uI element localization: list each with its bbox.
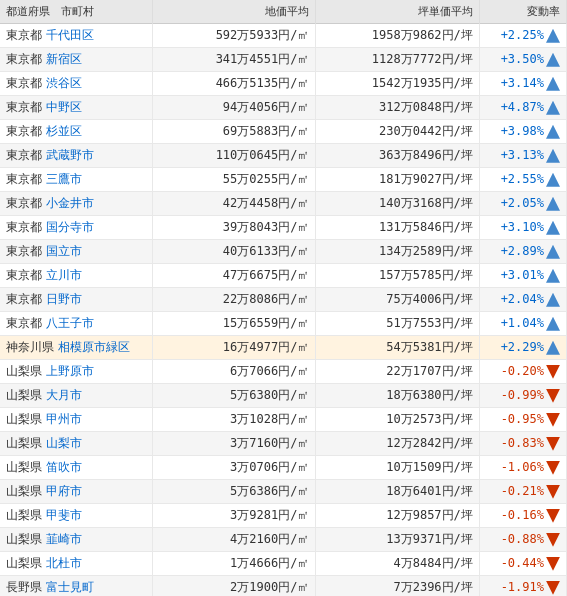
change-value-11: +2.04%	[501, 292, 544, 306]
cell-change-2: +3.14%	[479, 72, 566, 96]
cell-tsubo-9: 134万2589円/坪	[316, 240, 479, 264]
cell-tsubo-18: 10万1509円/坪	[316, 456, 479, 480]
change-value-3: +4.87%	[501, 100, 544, 114]
cell-prefcity-3: 東京都中野区	[0, 96, 153, 120]
cell-prefcity-13: 神奈川県相模原市緑区	[0, 336, 153, 360]
cell-city-5[interactable]: 武蔵野市	[46, 148, 94, 162]
change-value-15: -0.99%	[501, 388, 544, 402]
cell-pref-5: 東京都	[6, 148, 42, 162]
change-value-12: +1.04%	[501, 316, 544, 330]
cell-pref-10: 東京都	[6, 268, 42, 282]
arrow-down-icon-23	[546, 581, 560, 595]
cell-price-17: 3万7160円/㎡	[153, 432, 316, 456]
change-value-0: +2.25%	[501, 28, 544, 42]
cell-city-1[interactable]: 新宿区	[46, 52, 82, 66]
cell-pref-18: 山梨県	[6, 460, 42, 474]
cell-city-9[interactable]: 国立市	[46, 244, 82, 258]
cell-city-7[interactable]: 小金井市	[46, 196, 94, 210]
cell-prefcity-6: 東京都三鷹市	[0, 168, 153, 192]
arrow-down-icon-15	[546, 389, 560, 403]
table-row: 東京都八王子市15万6559円/㎡51万7553円/坪+1.04%	[0, 312, 567, 336]
cell-prefcity-16: 山梨県甲州市	[0, 408, 153, 432]
cell-tsubo-23: 7万2396円/坪	[316, 576, 479, 597]
table-row: 山梨県上野原市6万7066円/㎡22万1707円/坪-0.20%	[0, 360, 567, 384]
cell-city-18[interactable]: 笛吹市	[46, 460, 82, 474]
cell-price-9: 40万6133円/㎡	[153, 240, 316, 264]
header-prefcity: 都道府県 市町村	[0, 0, 153, 24]
table-row: 東京都小金井市42万4458円/㎡140万3168円/坪+2.05%	[0, 192, 567, 216]
cell-price-0: 592万5933円/㎡	[153, 24, 316, 48]
cell-city-13[interactable]: 相模原市緑区	[58, 340, 130, 354]
table-row: 東京都杉並区69万5883円/㎡230万0442円/坪+3.98%	[0, 120, 567, 144]
cell-city-14[interactable]: 上野原市	[46, 364, 94, 378]
cell-tsubo-0: 1958万9862円/坪	[316, 24, 479, 48]
change-value-8: +3.10%	[501, 220, 544, 234]
cell-prefcity-23: 長野県富士見町	[0, 576, 153, 597]
cell-price-18: 3万0706円/㎡	[153, 456, 316, 480]
cell-city-8[interactable]: 国分寺市	[46, 220, 94, 234]
cell-city-19[interactable]: 甲府市	[46, 484, 82, 498]
cell-city-6[interactable]: 三鷹市	[46, 172, 82, 186]
cell-pref-13: 神奈川県	[6, 340, 54, 354]
arrow-up-icon-8	[546, 221, 560, 235]
cell-change-7: +2.05%	[479, 192, 566, 216]
arrow-down-icon-19	[546, 485, 560, 499]
cell-city-10[interactable]: 立川市	[46, 268, 82, 282]
cell-prefcity-19: 山梨県甲府市	[0, 480, 153, 504]
cell-tsubo-4: 230万0442円/坪	[316, 120, 479, 144]
cell-prefcity-10: 東京都立川市	[0, 264, 153, 288]
arrow-up-icon-1	[546, 53, 560, 67]
arrow-up-icon-0	[546, 29, 560, 43]
change-value-1: +3.50%	[501, 52, 544, 66]
cell-prefcity-11: 東京都日野市	[0, 288, 153, 312]
cell-change-17: -0.83%	[479, 432, 566, 456]
cell-price-4: 69万5883円/㎡	[153, 120, 316, 144]
cell-pref-4: 東京都	[6, 124, 42, 138]
table-row: 山梨県韮崎市4万2160円/㎡13万9371円/坪-0.88%	[0, 528, 567, 552]
change-value-19: -0.21%	[501, 484, 544, 498]
arrow-down-icon-21	[546, 533, 560, 547]
cell-price-1: 341万4551円/㎡	[153, 48, 316, 72]
change-value-4: +3.98%	[501, 124, 544, 138]
arrow-down-icon-16	[546, 413, 560, 427]
cell-city-2[interactable]: 渋谷区	[46, 76, 82, 90]
cell-city-20[interactable]: 甲斐市	[46, 508, 82, 522]
arrow-up-icon-11	[546, 293, 560, 307]
cell-city-15[interactable]: 大月市	[46, 388, 82, 402]
cell-pref-12: 東京都	[6, 316, 42, 330]
change-value-21: -0.88%	[501, 532, 544, 546]
cell-pref-17: 山梨県	[6, 436, 42, 450]
cell-city-11[interactable]: 日野市	[46, 292, 82, 306]
cell-prefcity-0: 東京都千代田区	[0, 24, 153, 48]
cell-city-0[interactable]: 千代田区	[46, 28, 94, 42]
table-row: 東京都新宿区341万4551円/㎡1128万7772円/坪+3.50%	[0, 48, 567, 72]
cell-city-4[interactable]: 杉並区	[46, 124, 82, 138]
table-row: 東京都国立市40万6133円/㎡134万2589円/坪+2.89%	[0, 240, 567, 264]
cell-pref-16: 山梨県	[6, 412, 42, 426]
cell-city-12[interactable]: 八王子市	[46, 316, 94, 330]
cell-price-20: 3万9281円/㎡	[153, 504, 316, 528]
cell-city-16[interactable]: 甲州市	[46, 412, 82, 426]
cell-price-7: 42万4458円/㎡	[153, 192, 316, 216]
change-value-13: +2.29%	[501, 340, 544, 354]
cell-city-22[interactable]: 北杜市	[46, 556, 82, 570]
table-row: 東京都渋谷区466万5135円/㎡1542万1935円/坪+3.14%	[0, 72, 567, 96]
cell-city-17[interactable]: 山梨市	[46, 436, 82, 450]
table-row: 東京都中野区94万4056円/㎡312万0848円/坪+4.87%	[0, 96, 567, 120]
cell-city-21[interactable]: 韮崎市	[46, 532, 82, 546]
cell-prefcity-17: 山梨県山梨市	[0, 432, 153, 456]
cell-pref-11: 東京都	[6, 292, 42, 306]
cell-change-9: +2.89%	[479, 240, 566, 264]
arrow-up-icon-6	[546, 173, 560, 187]
cell-city-3[interactable]: 中野区	[46, 100, 82, 114]
change-value-6: +2.55%	[501, 172, 544, 186]
cell-tsubo-17: 12万2842円/坪	[316, 432, 479, 456]
cell-change-12: +1.04%	[479, 312, 566, 336]
cell-city-23[interactable]: 富士見町	[46, 580, 94, 594]
cell-prefcity-14: 山梨県上野原市	[0, 360, 153, 384]
cell-change-19: -0.21%	[479, 480, 566, 504]
table-row: 東京都千代田区592万5933円/㎡1958万9862円/坪+2.25%	[0, 24, 567, 48]
arrow-down-icon-18	[546, 461, 560, 475]
cell-pref-0: 東京都	[6, 28, 42, 42]
cell-tsubo-1: 1128万7772円/坪	[316, 48, 479, 72]
